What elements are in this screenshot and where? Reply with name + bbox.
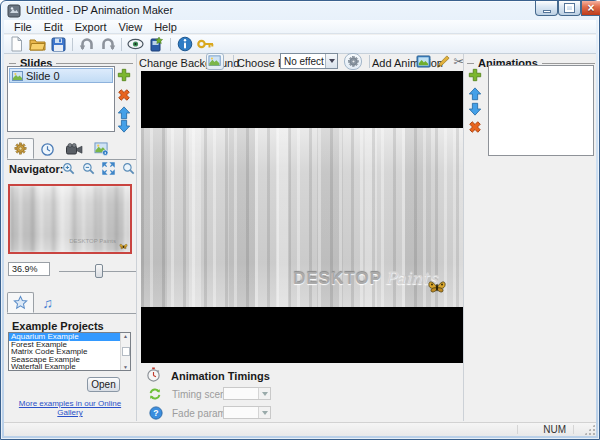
menu-edit[interactable]: Edit [38, 21, 69, 33]
chevron-down-icon [262, 392, 268, 396]
background-image-icon [208, 55, 222, 68]
scrollbar-thumb[interactable] [122, 347, 130, 356]
app-icon [7, 4, 21, 18]
add-slide-button[interactable] [116, 67, 132, 83]
list-scrollbar[interactable]: ▲ ▼ [120, 333, 130, 370]
resize-grip[interactable] [584, 424, 595, 435]
arrow-up-icon [468, 87, 482, 101]
close-button[interactable]: × [581, 1, 600, 16]
video-camera-icon [66, 143, 83, 156]
brush-pencil-icon [436, 55, 450, 69]
online-gallery-link[interactable]: More examples in our Online Gallery [6, 399, 134, 417]
delete-x-icon [117, 88, 131, 102]
window-body: File Edit Export View Help [4, 20, 596, 436]
maximize-button[interactable] [558, 1, 581, 16]
zoom-out-icon [82, 162, 95, 175]
chevron-down-icon [262, 411, 268, 415]
scroll-down-icon[interactable]: ▼ [123, 364, 128, 370]
minimize-button[interactable] [535, 1, 558, 16]
example-projects-list[interactable]: Aquarium Example Forest Example Matrix C… [8, 332, 131, 371]
music-note-icon: ♫ [42, 296, 53, 310]
scroll-up-icon[interactable]: ▲ [123, 333, 128, 339]
tab-settings[interactable] [7, 138, 34, 159]
preview-button[interactable] [125, 35, 146, 53]
chevron-down-icon [329, 59, 335, 63]
butterfly-animation[interactable] [427, 277, 447, 297]
undo-button[interactable] [76, 35, 97, 53]
titlebar[interactable]: Untitled - DP Animation Maker × [1, 1, 599, 20]
zoom-value-field[interactable]: 36.9% [8, 262, 50, 276]
delete-animation-button[interactable] [467, 119, 483, 135]
add-animation-button[interactable] [414, 53, 432, 70]
animation-timings-title: Animation Timings [171, 370, 270, 382]
move-animation-up-button[interactable] [467, 86, 483, 102]
right-splitter[interactable] [463, 54, 464, 421]
slides-list[interactable]: Slide 0 [7, 66, 115, 132]
preview-canvas[interactable]: DESKTOP Paints [141, 71, 463, 363]
menubar: File Edit Export View Help [4, 20, 596, 34]
add-animation-item-button[interactable] [467, 67, 483, 83]
example-projects-title: Example Projects [12, 320, 104, 332]
zoom-fit-button[interactable] [100, 161, 116, 176]
export-movie-button[interactable] [146, 35, 167, 53]
bar-separator [233, 55, 234, 68]
delete-x-icon [468, 120, 482, 134]
library-tabs: ♫ [7, 292, 136, 314]
help-question-icon: ? [149, 406, 163, 420]
tab-music[interactable]: ♫ [34, 293, 61, 313]
about-button[interactable] [174, 35, 195, 53]
effect-settings-button[interactable] [344, 53, 362, 70]
redo-button[interactable] [97, 35, 118, 53]
left-splitter[interactable] [136, 54, 137, 421]
menu-help[interactable]: Help [148, 21, 183, 33]
menu-export[interactable]: Export [69, 21, 113, 33]
delete-slide-button[interactable] [116, 87, 132, 103]
info-icon [177, 36, 193, 52]
combo-arrow-button[interactable] [325, 54, 337, 68]
tab-examples[interactable] [7, 292, 34, 313]
new-project-button[interactable] [6, 35, 27, 53]
statusbar: NUM [4, 422, 596, 436]
cut-tool-button[interactable]: ✂ [450, 53, 468, 70]
bar-separator [369, 55, 370, 68]
animations-list[interactable] [488, 65, 594, 156]
eye-icon [127, 38, 144, 50]
close-icon: × [587, 1, 594, 15]
slider-thumb[interactable] [95, 264, 103, 278]
undo-icon [79, 37, 95, 51]
zoom-actual-button[interactable] [120, 161, 136, 176]
menu-view[interactable]: View [113, 21, 149, 33]
toolbar-separator [72, 38, 73, 51]
fade-parameter-select [223, 406, 271, 419]
navigator-thumbnail[interactable]: DESKTOP Paints [8, 184, 132, 254]
combo-arrow-button [258, 388, 270, 399]
zoom-out-button[interactable] [80, 161, 96, 176]
export-movie-icon [149, 36, 164, 52]
tab-timing[interactable] [34, 139, 61, 159]
example-project-item[interactable]: Waterfall Example [9, 363, 130, 371]
slide-item-label: Slide 0 [26, 70, 60, 82]
tab-camera[interactable] [61, 139, 88, 159]
menu-file[interactable]: File [8, 21, 38, 33]
move-slide-down-button[interactable] [116, 118, 132, 134]
zoom-slider[interactable] [59, 264, 136, 278]
zoom-in-button[interactable] [60, 161, 76, 176]
slide-list-item[interactable]: Slide 0 [9, 68, 113, 83]
open-folder-icon [29, 37, 46, 52]
move-animation-down-button[interactable] [467, 101, 483, 117]
thumbnail-watermark: DESKTOP Paints [69, 238, 116, 244]
toolbar-separator [121, 38, 122, 51]
save-floppy-icon [51, 37, 66, 52]
register-key-button[interactable] [195, 35, 216, 53]
minimize-icon [543, 10, 551, 13]
save-project-button[interactable] [48, 35, 69, 53]
change-background-button[interactable] [206, 53, 224, 70]
open-example-button[interactable]: Open [87, 377, 120, 392]
tab-background-info[interactable] [88, 139, 115, 159]
effect-select[interactable]: No effect [280, 53, 338, 69]
combo-arrow-button [258, 407, 270, 418]
open-project-button[interactable] [27, 35, 48, 53]
dp-animation-maker-window: Untitled - DP Animation Maker × File Edi… [0, 0, 600, 440]
star-icon [13, 295, 28, 310]
zoom-actual-icon [122, 162, 135, 175]
